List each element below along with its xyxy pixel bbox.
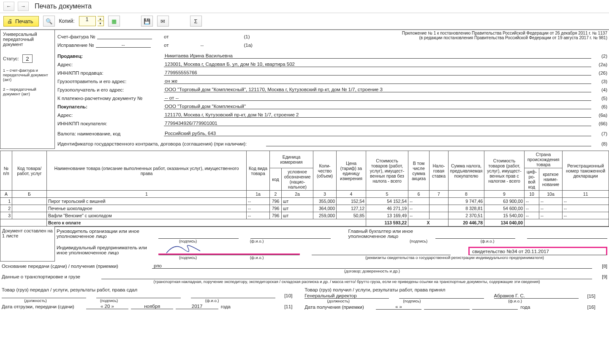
copies-stepper[interactable]: 1 ▲ ▼ — [79, 16, 104, 26]
utd-sidebox: Универсальный передаточный документ Стат… — [0, 30, 55, 149]
edit-template-button[interactable]: ▦ — [108, 16, 120, 27]
left-ref: [10] — [278, 293, 292, 298]
status-note-1: 1 – счет-фактура и передаточный документ… — [3, 68, 52, 82]
invoice-ot: от — [164, 34, 169, 39]
th-unit-name: условное обозна­чение (нацио­нальное) — [282, 168, 313, 191]
ref-7: (7) — [593, 131, 607, 136]
left-dolzh-sub: (должность) — [2, 298, 69, 303]
hrow-4: 4 — [337, 191, 366, 198]
hrow-a: А — [0, 191, 12, 198]
seller-address-label: Адрес: — [57, 62, 162, 67]
consignee-value: ООО "Торговый дом "Комплексный", 121170,… — [164, 87, 591, 92]
printer-icon: 🖨 — [7, 18, 13, 24]
appendix-line1: Приложение № 1 к постановлению Правитель… — [402, 31, 607, 35]
sub-fio-2: (ф.и.о.) — [460, 239, 515, 243]
table-row: 1Пирог тирольский с вишней--796шт355,000… — [0, 198, 609, 205]
sum-button[interactable]: Σ — [190, 16, 202, 27]
transfer-left-title: Товар (груз) передал / услуги, результат… — [2, 287, 292, 292]
recv-month — [424, 309, 470, 310]
hrow-7: 7 — [430, 191, 449, 198]
window-title: Печать документа — [35, 3, 92, 10]
document-preview: Универсальный передаточный документ Стат… — [0, 29, 609, 310]
contract-id-value — [266, 146, 591, 146]
left-podpis-sub: (подпись) — [79, 298, 139, 303]
th-taxrate: Нало­говая ставка — [430, 151, 449, 191]
form-header: Приложение № 1 к постановлению Правитель… — [55, 30, 609, 149]
correction-ot: от — [164, 43, 169, 48]
th-name: Наименование товара (описание выполненны… — [47, 151, 247, 191]
currency-label: Валюта: наименование, код — [57, 131, 162, 136]
transport-ref: [9] — [595, 274, 607, 279]
left-fio-sub: (ф.и.о.) — [149, 298, 275, 303]
buyer-address-label: Адрес: — [57, 113, 162, 118]
recv-day: « » — [376, 304, 421, 310]
forward-button[interactable]: → — [18, 2, 29, 11]
status-label: Статус: — [3, 56, 19, 61]
status-input[interactable] — [22, 54, 33, 63]
table-row: 3Вафли "Венские" с шоколадом--796шт259,0… — [0, 212, 609, 219]
copies-input[interactable]: 1 — [79, 16, 96, 26]
print-button-label: Печать — [15, 18, 33, 24]
basis-value: рпо — [152, 263, 592, 269]
paydoc-value: -- от -- — [164, 95, 591, 101]
hrow-2a: 2а — [282, 191, 313, 198]
recv-year — [472, 309, 518, 310]
hrow-6: 6 — [408, 191, 430, 198]
hrow-5: 5 — [366, 191, 408, 198]
th-unit-code: код — [270, 168, 282, 191]
hrow-b: Б — [12, 191, 47, 198]
seller-address-value: 123001, Москва г, Садовая Б. ул, дом № 1… — [164, 62, 591, 67]
hrow-2: 2 — [270, 191, 282, 198]
th-price: Цена (тариф) за единицу измерения — [337, 151, 366, 191]
transfer-left: Товар (груз) передал / услуги, результат… — [2, 287, 292, 309]
right-position: Генеральный директор — [304, 293, 389, 299]
hrow-9: 9 — [484, 191, 525, 198]
signature-icon — [162, 240, 209, 257]
hrow-3: 3 — [313, 191, 337, 198]
sub-podpis-2: (подпись) — [389, 239, 448, 243]
sidebox-line3: документ — [3, 42, 52, 47]
th-unit: Единица измерения — [270, 151, 313, 168]
back-button[interactable]: ← — [3, 2, 14, 11]
table-row: 2Печенье шоколадное--796шт364,000127,124… — [0, 205, 609, 212]
spinner-down-icon[interactable]: ▼ — [98, 21, 103, 26]
ship-month: ноября — [131, 304, 173, 309]
seller-inn-value: 779955555766 — [164, 70, 591, 75]
currency-value: Российский рубль, 643 — [164, 131, 591, 136]
th-tax: Сумма налога, предъявля­емая покупателю — [449, 151, 484, 191]
ref-6a: (6а) — [593, 113, 607, 118]
appendix-line2: (в редакции постановления Правительства … — [402, 35, 607, 40]
doc-sheets-box: Документ составлен на 1 листе — [0, 226, 55, 262]
th-kind: Код вида товара — [247, 151, 270, 191]
total-label: Всего к оплате — [47, 219, 366, 226]
sig-ip-label: Индивидуальный предприниматель или иное … — [57, 245, 156, 255]
th-excise: В том числе сумма акциза — [408, 151, 430, 191]
buyer-inn-value: 7799434926/779901001 — [164, 121, 591, 126]
certificate-highlight: свидетельство №34 от 20.11.2017 — [468, 247, 607, 255]
hrow-1a: 1а — [247, 191, 270, 198]
ship-day: « 20 » — [86, 304, 128, 309]
correction-number: -- — [96, 42, 151, 48]
email-button[interactable]: ✉ — [157, 16, 169, 27]
preview-button[interactable]: 🔍 — [43, 16, 55, 27]
ref-6: (6) — [593, 104, 607, 109]
buyer-inn-label: ИНН/КПП покупателя: — [57, 121, 162, 126]
th-decl: Регистрационный номер таможенной деклара… — [563, 151, 609, 191]
ref-3: (3) — [593, 79, 607, 84]
correction-date: -- — [170, 43, 234, 48]
print-button[interactable]: 🖨 Печать — [3, 16, 39, 27]
th-country-name: краткое наиме­нование — [539, 168, 563, 191]
doc-made-l2: 1 листе — [2, 233, 53, 238]
save-button[interactable]: 💾 — [141, 16, 153, 27]
recv-goda: года — [520, 305, 530, 310]
items-table: № п/п Код товара/ работ, услуг Наименова… — [0, 151, 609, 226]
copies-spinner[interactable]: ▲ ▼ — [98, 16, 104, 26]
recv-ref: [16] — [581, 305, 595, 310]
seller-value: Никитаева Ирина Васильевна — [164, 53, 591, 59]
correction-ref: (1а) — [244, 43, 252, 48]
paydoc-label: К платежно-расчетному документу № — [57, 96, 162, 101]
spinner-up-icon[interactable]: ▲ — [98, 16, 103, 21]
th-npp: № п/п — [0, 151, 12, 191]
sidebox-line1: Универсальный — [3, 32, 52, 37]
ref-8: (8) — [593, 141, 607, 146]
